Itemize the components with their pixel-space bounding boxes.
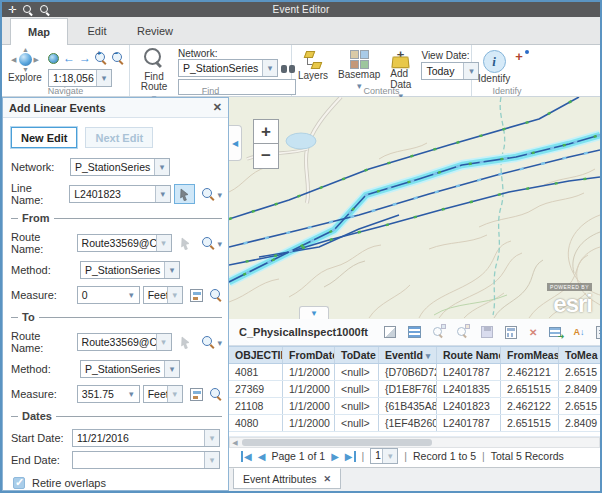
to-method-combo[interactable]: P_StationSeries (80, 360, 180, 378)
previous-page-button[interactable]: ◀ (258, 451, 266, 462)
map-zoom-out-button[interactable]: − (253, 144, 279, 169)
identify-route-icon[interactable]: + (515, 50, 529, 64)
end-date-combo[interactable] (72, 451, 220, 469)
from-select-route-button[interactable] (175, 233, 196, 253)
column-header-todate[interactable]: ToDate (335, 347, 379, 363)
to-route-dropdown[interactable] (156, 334, 171, 350)
add-data-icon: + (391, 50, 411, 68)
new-edit-button[interactable]: New Edit (11, 127, 77, 148)
to-route-zoom-dropdown-icon[interactable] (217, 336, 222, 348)
map-zoom-in-button[interactable]: + (253, 119, 279, 144)
to-unit-combo[interactable]: Feet (143, 385, 183, 403)
to-route-combo[interactable]: Route33569@Cente (77, 333, 172, 351)
table-row[interactable]: 40811/1/2000<null>{D70B6D72-3L24017872.4… (229, 364, 600, 381)
field-calculator-icon[interactable] (505, 325, 517, 340)
pan-icon[interactable]: ✛ (8, 5, 16, 15)
zoom-out-icon[interactable] (40, 5, 50, 15)
from-route-combo[interactable]: Route33569@Cente (77, 234, 172, 252)
from-route-zoom-icon[interactable] (202, 237, 215, 250)
to-measure-label: Measure: (11, 388, 74, 400)
end-date-dropdown[interactable] (204, 452, 219, 468)
previous-extent-icon[interactable]: ← (63, 52, 75, 64)
zoom-in-icon[interactable] (23, 5, 33, 15)
basemap (229, 97, 600, 319)
to-unit-dropdown[interactable] (167, 386, 182, 402)
column-header-tomeasure[interactable]: ToMea (559, 347, 600, 363)
full-extent-icon[interactable] (48, 53, 59, 64)
to-route-zoom-icon[interactable] (202, 336, 215, 349)
tab-map[interactable]: Map (10, 18, 68, 46)
show-selected-rows-icon[interactable] (408, 325, 421, 340)
column-header-routename[interactable]: Route Name (437, 347, 501, 363)
line-zoom-icon[interactable] (202, 188, 215, 201)
tab-event-attributes[interactable]: Event Attributes ✕ (233, 468, 341, 489)
network-combo[interactable]: P_StationSeries (70, 158, 170, 176)
ribbon-network-combo[interactable]: P_StationSeries (178, 59, 278, 77)
to-measure-zoom-icon[interactable] (210, 388, 222, 401)
collapse-panel-left-button[interactable]: ◀ (229, 125, 242, 161)
view-date-combo[interactable]: Today (421, 62, 479, 80)
column-header-eventid[interactable]: EventId (379, 347, 437, 363)
start-date-combo[interactable]: 11/21/2016 (72, 429, 220, 447)
from-measure-dropdown[interactable] (124, 287, 139, 303)
tab-edit[interactable]: Edit (68, 18, 126, 45)
close-tab-icon[interactable]: ✕ (324, 474, 332, 484)
ribbon-zoom-out-icon[interactable]: − (112, 52, 125, 65)
from-route-zoom-dropdown-icon[interactable] (217, 237, 222, 249)
to-select-route-button[interactable] (175, 332, 196, 352)
next-extent-icon[interactable]: → (79, 52, 91, 64)
from-measure-zoom-icon[interactable] (210, 289, 222, 302)
column-header-objectid[interactable]: OBJECTID (229, 347, 283, 363)
save-edits-icon[interactable] (481, 325, 493, 340)
to-measure-picker-button[interactable] (186, 384, 207, 404)
scale-dropdown-button[interactable] (96, 70, 111, 86)
from-method-combo[interactable]: P_StationSeries (80, 261, 180, 279)
pan-to-selection-icon[interactable] (457, 325, 469, 340)
esri-attribution: POWERED BY esri (547, 275, 592, 315)
to-method-dropdown[interactable] (164, 361, 179, 377)
table-row[interactable]: 40801/1/2000<null>{1EF4B260-FL24017872.6… (229, 415, 600, 432)
attribute-form-icon[interactable] (596, 325, 602, 340)
last-page-button[interactable]: ▶ (345, 451, 356, 462)
zoom-to-selection-icon[interactable] (433, 325, 445, 340)
start-date-dropdown[interactable] (204, 430, 219, 446)
delete-records-icon[interactable] (529, 325, 537, 340)
panel-close-icon[interactable]: ✕ (213, 101, 222, 114)
to-measure-combo[interactable]: 351.75 (77, 385, 140, 403)
table-row[interactable]: 273691/1/2000<null>{D1E8F76D-FL24018352.… (229, 381, 600, 398)
line-zoom-dropdown-icon[interactable] (217, 188, 222, 200)
from-unit-combo[interactable]: Feet (143, 286, 183, 304)
from-measure-combo[interactable]: 0 (77, 286, 140, 304)
next-edit-button[interactable]: Next Edit (85, 127, 153, 148)
from-measure-picker-button[interactable] (186, 285, 207, 305)
tab-review[interactable]: Review (126, 18, 184, 45)
network-combo-dropdown[interactable] (154, 159, 169, 175)
map-canvas[interactable]: + − ◀ ▼ POWERED BY esri (229, 97, 600, 319)
select-line-on-map-button[interactable] (174, 184, 196, 204)
collapse-table-button[interactable]: ▼ (299, 306, 329, 319)
page-number-combo[interactable]: 1 (370, 448, 398, 464)
table-row[interactable]: 211081/1/2000<null>{61B435A8-3L24018232.… (229, 398, 600, 415)
retire-overlaps-checkbox[interactable] (13, 477, 25, 489)
column-header-frommeasure[interactable]: FromMeasure (501, 347, 559, 363)
line-name-dropdown[interactable] (155, 186, 170, 202)
ribbon-zoom-in-icon[interactable]: + (95, 52, 108, 65)
explore-button[interactable]: ▲▼◀▶ Explore (8, 48, 42, 87)
from-route-dropdown[interactable] (156, 235, 171, 251)
column-header-fromdate[interactable]: FromDate (283, 347, 335, 363)
first-page-button[interactable]: ◀ (241, 451, 252, 462)
from-method-dropdown[interactable] (164, 262, 179, 278)
identify-button[interactable]: i Identify (478, 50, 510, 84)
export-records-icon[interactable] (549, 325, 561, 340)
from-unit-dropdown[interactable] (167, 287, 182, 303)
selection-options-icon[interactable] (384, 325, 396, 340)
line-name-combo[interactable]: L2401823 (69, 185, 171, 203)
next-page-button[interactable]: ▶ (331, 451, 339, 462)
panel-title: Add Linear Events (9, 102, 213, 114)
identify-icon: i (483, 50, 506, 73)
page-number-dropdown[interactable] (382, 449, 397, 463)
sort-records-icon[interactable]: A (573, 325, 584, 340)
to-measure-dropdown[interactable] (124, 386, 139, 402)
scale-combo[interactable]: 1:18,056 (48, 69, 112, 87)
network-dropdown-button[interactable] (262, 60, 277, 76)
